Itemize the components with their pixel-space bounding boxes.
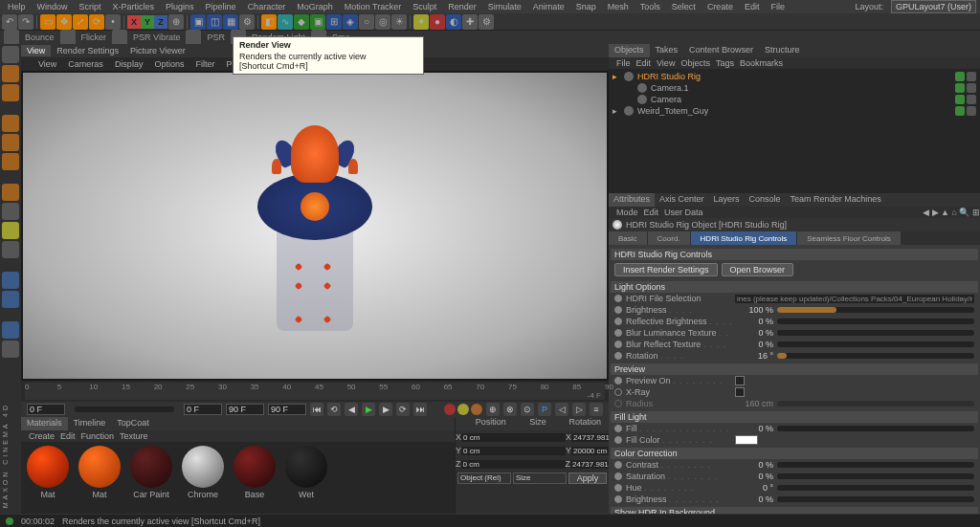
tag-icon[interactable] bbox=[967, 72, 976, 81]
cc-brightness-slider[interactable] bbox=[777, 496, 974, 502]
scale-tool-icon[interactable]: ⤢ bbox=[73, 14, 88, 30]
material-base[interactable]: Base bbox=[232, 446, 278, 518]
hdri-file-input[interactable] bbox=[735, 295, 974, 303]
tag-visible-icon[interactable] bbox=[955, 83, 965, 93]
coord-apply-button[interactable]: Apply bbox=[568, 472, 607, 484]
layout-value[interactable]: GPULayout7 (User) bbox=[891, 0, 976, 13]
menu-motion-tracker[interactable]: Motion Tracker bbox=[341, 1, 406, 12]
coord-mode-select[interactable]: Object (Rel) bbox=[457, 472, 511, 484]
key-list-icon[interactable]: ≡ bbox=[590, 403, 603, 416]
bounce-icon[interactable] bbox=[4, 30, 19, 45]
cc-contrast-slider[interactable] bbox=[777, 462, 974, 468]
xp-system-icon[interactable]: ● bbox=[430, 14, 445, 30]
cc-hue-slider[interactable] bbox=[777, 485, 974, 491]
mat-tab-materials[interactable]: Materials bbox=[21, 417, 68, 430]
polygon-mode-icon[interactable] bbox=[2, 153, 19, 170]
coord-Y-pos[interactable] bbox=[461, 447, 566, 455]
move-tool-icon[interactable]: ✥ bbox=[56, 14, 72, 30]
reflective-brightness-slider[interactable] bbox=[777, 318, 974, 324]
mat-tab-topcoat[interactable]: TopCoat bbox=[111, 417, 155, 430]
attr-home-icon[interactable]: ⌂ bbox=[952, 208, 957, 217]
autokey-icon[interactable] bbox=[457, 404, 469, 415]
viewport[interactable] bbox=[23, 73, 607, 379]
objmenu-edit[interactable]: Edit bbox=[636, 58, 652, 68]
tag-icon[interactable] bbox=[967, 106, 976, 116]
render-region-icon[interactable]: ◫ bbox=[207, 14, 222, 30]
viewmenu-cameras[interactable]: Cameras bbox=[64, 59, 107, 69]
menu-render[interactable]: Render bbox=[444, 1, 480, 12]
cube-icon[interactable]: ◧ bbox=[261, 14, 277, 30]
render-settings-icon[interactable]: ⚙ bbox=[239, 14, 255, 30]
obj-tab-content-browser[interactable]: Content Browser bbox=[683, 44, 759, 57]
redo-icon[interactable]: ↷ bbox=[18, 14, 33, 30]
step-fwd-icon[interactable]: ⟳ bbox=[396, 403, 410, 416]
menu-tools[interactable]: Tools bbox=[636, 1, 664, 12]
viewmenu-options[interactable]: Options bbox=[150, 59, 188, 69]
menu-select[interactable]: Select bbox=[668, 1, 700, 12]
last-tool-icon[interactable]: • bbox=[105, 14, 121, 30]
obj-tab-structure[interactable]: Structure bbox=[759, 44, 806, 57]
objmenu-file[interactable]: File bbox=[616, 58, 631, 68]
menu-help[interactable]: Help bbox=[4, 1, 30, 12]
xp-tool-icon[interactable]: ✚ bbox=[462, 14, 478, 30]
material-mat[interactable]: Mat bbox=[25, 446, 71, 518]
environment-icon[interactable]: ○ bbox=[359, 14, 374, 30]
obj-tab-takes[interactable]: Takes bbox=[650, 44, 684, 57]
step-back-icon[interactable]: ⟲ bbox=[327, 403, 341, 416]
xray-check[interactable] bbox=[735, 387, 745, 397]
attr-nav-up-icon[interactable]: ▲ bbox=[941, 208, 949, 217]
menu-simulate[interactable]: Simulate bbox=[484, 1, 525, 12]
render-view-icon[interactable]: ▣ bbox=[190, 14, 206, 30]
tree-item-weird-totem-guy[interactable]: ▸Weird_Totem_Guy bbox=[612, 105, 976, 117]
key-toggle-icon[interactable] bbox=[471, 404, 482, 415]
timeline-ruler[interactable]: 051015202530354045505560657075808590 -4 … bbox=[21, 381, 609, 402]
time-range-field[interactable] bbox=[268, 404, 306, 415]
attr-nav-fwd-icon[interactable]: ▶ bbox=[932, 208, 939, 217]
obj-tab-objects[interactable]: Objects bbox=[609, 44, 650, 57]
objmenu-bookmarks[interactable]: Bookmarks bbox=[740, 58, 783, 68]
key-pos-icon[interactable]: ⊕ bbox=[486, 403, 500, 416]
xp-emitter-icon[interactable]: ✦ bbox=[413, 14, 429, 30]
workplane-icon[interactable] bbox=[2, 241, 19, 258]
blur-reflect-texture-slider[interactable] bbox=[777, 341, 974, 347]
mat-tab-timeline[interactable]: Timeline bbox=[68, 417, 112, 430]
menu-animate[interactable]: Animate bbox=[529, 1, 568, 12]
key-next-icon[interactable]: ▷ bbox=[572, 403, 586, 416]
menu-mograph[interactable]: MoGraph bbox=[293, 1, 337, 12]
xp-particle-icon[interactable] bbox=[2, 321, 19, 339]
deformer-icon[interactable]: ◈ bbox=[343, 14, 358, 30]
xp-cache-icon[interactable]: ◐ bbox=[446, 14, 461, 30]
spline-icon[interactable]: ∿ bbox=[278, 14, 293, 30]
tree-item-hdri-studio-rig[interactable]: ▸HDRI Studio Rig bbox=[612, 71, 976, 82]
insert-render-settings-button[interactable]: Insert Render Settings bbox=[614, 263, 718, 276]
preview-on-check[interactable] bbox=[735, 376, 745, 385]
attrmenu-edit[interactable]: Edit bbox=[644, 208, 659, 217]
next-frame-icon[interactable]: ▶ bbox=[379, 403, 392, 416]
xp-gear-icon[interactable]: ⚙ bbox=[479, 14, 494, 30]
material-wet[interactable]: Wet bbox=[283, 446, 329, 518]
make-editable-icon[interactable] bbox=[2, 46, 19, 63]
view-tab-view[interactable]: View bbox=[21, 45, 51, 56]
material-chrome[interactable]: Chrome bbox=[180, 446, 226, 518]
objmenu-objects[interactable]: Objects bbox=[680, 58, 710, 68]
fill-color-swatch[interactable] bbox=[735, 435, 758, 445]
world-icon[interactable]: ⊕ bbox=[168, 14, 184, 30]
tree-item-camera[interactable]: Camera bbox=[612, 94, 976, 105]
menu-edit[interactable]: Edit bbox=[741, 1, 764, 12]
coord-size-select[interactable]: Size bbox=[513, 472, 567, 484]
coord-X-pos[interactable] bbox=[461, 433, 566, 442]
menu-x-particles[interactable]: X-Particles bbox=[109, 1, 159, 12]
key-rot-icon[interactable]: ⊗ bbox=[503, 403, 517, 416]
attr-subtab-seamless-floor-controls[interactable]: Seamless Floor Controls bbox=[797, 231, 901, 245]
key-param-p-icon[interactable]: P bbox=[538, 403, 551, 416]
time-start-field[interactable] bbox=[27, 404, 65, 415]
attrmenu-mode[interactable]: Mode bbox=[616, 208, 638, 217]
goto-end-icon[interactable]: ⏭ bbox=[413, 403, 427, 416]
attr-tab-console[interactable]: Console bbox=[745, 193, 786, 207]
rotation-slider[interactable] bbox=[777, 353, 974, 359]
camera-icon[interactable]: ◎ bbox=[375, 14, 390, 30]
material-car-paint[interactable]: Car Paint bbox=[128, 446, 174, 518]
generator-icon[interactable]: ◆ bbox=[294, 14, 309, 30]
matmenu-edit[interactable]: Edit bbox=[60, 431, 76, 441]
key-prev-icon[interactable]: ◁ bbox=[555, 403, 568, 416]
